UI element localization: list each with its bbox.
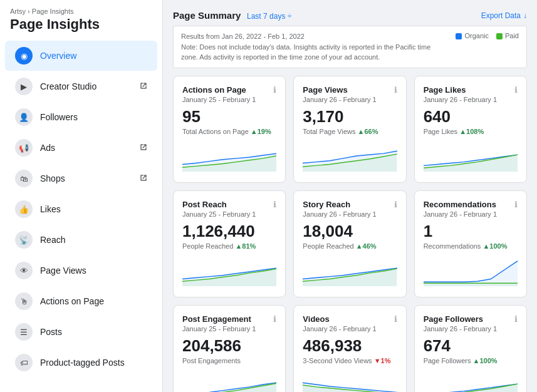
- card-title: Post Engagement: [182, 314, 251, 324]
- export-button[interactable]: Export Data ↓: [481, 11, 527, 20]
- chart-svg: [303, 369, 397, 393]
- card-sublabel: Total Page Views ▲66%: [303, 128, 397, 135]
- chart-svg: [424, 255, 518, 286]
- content-header: Page Summary Last 7 days ÷ Export Data ↓: [173, 10, 527, 21]
- nav-icon-page-views: 👁: [15, 262, 33, 279]
- chart-svg: [182, 255, 276, 286]
- card-sublabel: People Reached ▲46%: [303, 242, 397, 250]
- nav-label-overview: Overview: [40, 51, 147, 61]
- nav-label-followers: Followers: [40, 112, 147, 122]
- sidebar-item-product-tagged-posts[interactable]: 🏷 Product-tagged Posts: [5, 348, 157, 378]
- card-header: Videos ℹ: [303, 314, 397, 324]
- info-icon[interactable]: ℹ: [394, 200, 397, 209]
- card-date: January 25 - February 1: [182, 210, 276, 218]
- info-icon[interactable]: ℹ: [273, 314, 276, 324]
- card-value: 640: [424, 107, 518, 126]
- card-value: 204,586: [182, 336, 276, 356]
- card-sublabel: People Reached ▲81%: [182, 242, 276, 250]
- card-value: 674: [424, 336, 518, 356]
- info-icon[interactable]: ℹ: [273, 200, 276, 209]
- section-title: Page Summary: [173, 10, 241, 21]
- sidebar-item-creator-studio[interactable]: ▶ Creator Studio: [5, 71, 157, 101]
- sidebar-item-shops[interactable]: 🛍 Shops: [5, 163, 157, 193]
- legend-paid: Paid: [496, 31, 519, 41]
- external-link-icon-creator-studio: [140, 82, 147, 91]
- nav-icon-reach: 📡: [15, 231, 33, 249]
- notice-box: Results from Jan 26, 2022 - Feb 1, 2022 …: [173, 26, 527, 68]
- card-trend: ▲100%: [473, 357, 498, 364]
- chart-svg: [182, 369, 276, 393]
- card-story-reach: Story Reach ℹ January 26 - February 1 18…: [293, 190, 406, 297]
- info-icon[interactable]: ℹ: [394, 85, 397, 95]
- date-range-selector[interactable]: Last 7 days ÷: [247, 12, 291, 21]
- card-title: Page Views: [303, 85, 347, 95]
- card-date: January 25 - February 1: [182, 96, 276, 103]
- card-videos: Videos ℹ January 26 - February 1 486,938…: [293, 305, 406, 393]
- card-page-likes: Page Likes ℹ January 26 - February 1 640…: [414, 76, 527, 183]
- info-icon[interactable]: ℹ: [514, 85, 518, 95]
- card-header: Page Followers ℹ: [424, 314, 518, 324]
- info-icon[interactable]: ℹ: [514, 314, 518, 324]
- card-date: January 25 - February 1: [182, 325, 276, 333]
- card-title: Videos: [303, 314, 329, 324]
- card-date: January 26 - February 1: [424, 96, 518, 103]
- card-sublabel: Page Likes ▲108%: [424, 128, 518, 135]
- nav-label-shops: Shops: [40, 173, 132, 183]
- card-sublabel: Recommendations ▲100%: [424, 242, 518, 250]
- sidebar-item-actions-on-page[interactable]: 🖱 Actions on Page: [5, 286, 157, 316]
- card-header: Page Views ℹ: [303, 85, 397, 95]
- export-icon: ↓: [523, 11, 527, 20]
- card-actions-on-page: Actions on Page ℹ January 25 - February …: [173, 76, 286, 183]
- card-value: 3,170: [303, 107, 397, 126]
- card-header: Post Engagement ℹ: [182, 314, 276, 324]
- card-date: January 26 - February 1: [424, 210, 518, 218]
- nav-icon-actions-on-page: 🖱: [15, 292, 33, 310]
- page-title: Page Insights: [10, 16, 152, 33]
- cards-grid: Actions on Page ℹ January 25 - February …: [173, 76, 527, 393]
- main-content: Page Summary Last 7 days ÷ Export Data ↓…: [163, 0, 537, 392]
- card-trend: ▲46%: [356, 242, 377, 250]
- info-icon[interactable]: ℹ: [514, 200, 518, 209]
- card-title: Page Followers: [424, 314, 483, 324]
- card-post-engagement: Post Engagement ℹ January 25 - February …: [173, 305, 286, 393]
- card-date: January 26 - February 1: [303, 96, 397, 103]
- card-sublabel: Total Actions on Page ▲19%: [182, 128, 276, 135]
- sidebar-item-page-views[interactable]: 👁 Page Views: [5, 255, 157, 286]
- sidebar-navigation: ◉ Overview ▶ Creator Studio 👤 Followers …: [0, 35, 162, 383]
- legend-organic: Organic: [456, 31, 489, 41]
- card-chart: [424, 369, 518, 393]
- nav-label-product-tagged-posts: Product-tagged Posts: [40, 358, 147, 368]
- card-chart: [303, 369, 397, 393]
- card-value: 1: [424, 222, 518, 241]
- nav-icon-posts: ☰: [15, 323, 33, 341]
- card-value: 18,004: [303, 222, 397, 241]
- card-title: Page Likes: [424, 85, 466, 95]
- card-header: Post Reach ℹ: [182, 200, 276, 209]
- card-trend: ▲19%: [251, 128, 271, 135]
- info-icon[interactable]: ℹ: [273, 85, 276, 95]
- sidebar-item-overview[interactable]: ◉ Overview: [5, 41, 157, 71]
- card-header: Actions on Page ℹ: [182, 85, 276, 95]
- card-value: 1,126,440: [182, 222, 276, 241]
- sidebar-item-followers[interactable]: 👤 Followers: [5, 102, 157, 132]
- sidebar-item-posts[interactable]: ☰ Posts: [5, 317, 157, 347]
- nav-icon-ads: 📢: [15, 139, 33, 157]
- chart-svg: [424, 140, 518, 172]
- card-title: Story Reach: [303, 200, 350, 209]
- sidebar: Artsy › Page Insights Page Insights ◉ Ov…: [0, 0, 163, 392]
- nav-icon-likes: 👍: [15, 200, 33, 218]
- card-trend: ▼1%: [374, 357, 391, 364]
- card-chart: [303, 140, 397, 173]
- card-value: 95: [182, 107, 276, 126]
- chart-svg: [182, 140, 276, 172]
- nav-label-posts: Posts: [40, 327, 147, 337]
- nav-icon-creator-studio: ▶: [15, 78, 33, 95]
- nav-icon-product-tagged-posts: 🏷: [15, 354, 33, 371]
- card-page-followers: Page Followers ℹ January 26 - February 1…: [414, 305, 527, 393]
- sidebar-item-ads[interactable]: 📢 Ads: [5, 133, 157, 163]
- card-trend: ▲66%: [358, 128, 378, 135]
- nav-label-reach: Reach: [40, 235, 147, 245]
- info-icon[interactable]: ℹ: [394, 314, 397, 324]
- sidebar-item-reach[interactable]: 📡 Reach: [5, 225, 157, 255]
- sidebar-item-likes[interactable]: 👍 Likes: [5, 194, 157, 224]
